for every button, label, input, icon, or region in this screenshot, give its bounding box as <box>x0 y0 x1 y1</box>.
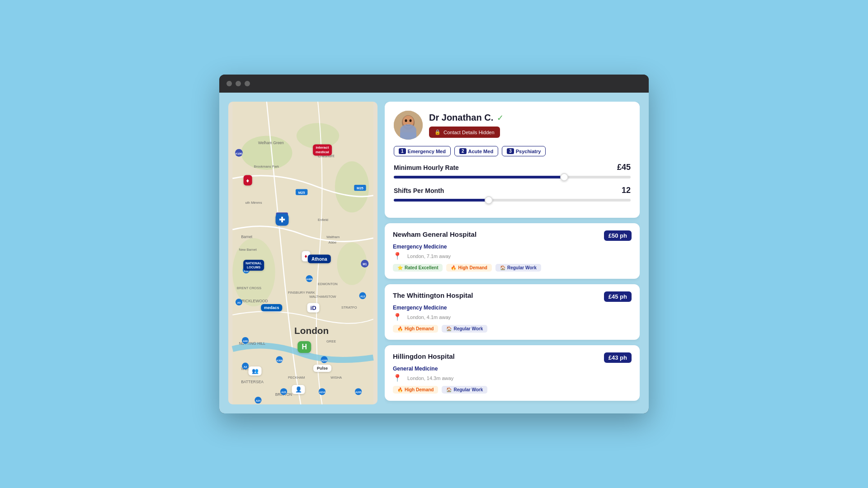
svg-text:A3: A3 <box>244 366 247 368</box>
svg-text:WALTHAMSTOW: WALTHAMSTOW <box>309 295 336 299</box>
svg-text:PECKHAM: PECKHAM <box>288 375 305 380</box>
browser-window: M25 M25 A10 Welham Green Brookmans Park … <box>219 75 649 413</box>
hospital-location-0: London, 7.1m away <box>407 253 451 259</box>
svg-text:M25: M25 <box>298 191 305 195</box>
doctor-avatar <box>394 111 423 140</box>
hospital-location-1: London, 4.1m away <box>407 314 451 320</box>
svg-text:Welham Green: Welham Green <box>258 141 284 145</box>
map-marker-nhs1[interactable]: ♦ <box>244 175 252 186</box>
svg-text:A1(M): A1(M) <box>236 152 243 155</box>
right-panel: Dr Jonathan C. ✓ 🔒 Contact Details Hidde… <box>385 102 640 404</box>
map-marker-medacs[interactable]: medacs <box>261 304 283 311</box>
hospital-header-0: Newham General Hospital £50 ph <box>393 230 632 241</box>
hourly-rate-thumb[interactable] <box>560 173 568 181</box>
svg-text:A406: A406 <box>306 278 312 281</box>
map-marker-h[interactable]: H <box>298 341 311 353</box>
svg-text:FINSBURY PARK: FINSBURY PARK <box>288 291 315 295</box>
map-marker-blue-cross[interactable]: ✚ <box>275 214 288 226</box>
specialty-tag-2[interactable]: 3 Psychiatry <box>502 146 546 156</box>
doctor-card: Dr Jonathan C. ✓ 🔒 Contact Details Hidde… <box>385 102 640 218</box>
doctor-info: Dr Jonathan C. ✓ 🔒 Contact Details Hidde… <box>429 113 504 138</box>
hospital-name-0: Newham General Hospital <box>393 230 476 238</box>
svg-text:A200: A200 <box>321 359 327 362</box>
hospital-name-1: The Whittington Hospital <box>393 291 473 299</box>
shifts-label: Shifts Per Month <box>394 187 444 194</box>
traffic-light-maximize[interactable] <box>245 81 250 86</box>
traffic-light-minimize[interactable] <box>236 81 241 86</box>
hospital-header-2: Hillingdon Hospital £43 ph <box>393 352 632 363</box>
browser-titlebar <box>219 75 649 93</box>
location-icon-1: 📍 <box>393 313 402 321</box>
doctor-header: Dr Jonathan C. ✓ 🔒 Contact Details Hidde… <box>394 111 631 140</box>
contact-hidden-button[interactable]: 🔒 Contact Details Hidden <box>429 127 500 138</box>
svg-text:Enfield: Enfield <box>318 218 328 222</box>
map-marker-crowd[interactable]: 👤 <box>292 385 305 394</box>
slider-header-shifts: Shifts Per Month 12 <box>394 186 631 195</box>
slider-section: Minimum Hourly Rate £45 Shifts Per Month… <box>394 163 631 202</box>
doctor-name: Dr Jonathan C. <box>429 113 493 123</box>
traffic-light-close[interactable] <box>226 81 232 86</box>
location-row-0: 📍 London, 7.1m away <box>393 252 632 260</box>
svg-text:A205: A205 <box>355 391 362 394</box>
svg-text:Waltham: Waltham <box>326 235 340 239</box>
hospital-tag-1-1: 🏠 Regular Work <box>442 325 487 333</box>
shifts-track[interactable] <box>394 199 631 202</box>
specialty-tag-0[interactable]: 1 Emergency Med <box>394 146 451 156</box>
svg-text:M25: M25 <box>357 186 363 190</box>
svg-text:Barnet: Barnet <box>241 235 253 239</box>
slider-header-hourly: Minimum Hourly Rate £45 <box>394 163 631 172</box>
location-row-2: 📍 London, 14.3m away <box>393 374 632 382</box>
hospital-card-2[interactable]: Hillingdon Hospital £43 ph General Medic… <box>385 345 640 401</box>
svg-text:A12: A12 <box>360 295 365 298</box>
svg-rect-70 <box>400 132 416 140</box>
price-badge-1: £45 ph <box>604 291 632 302</box>
svg-text:A24: A24 <box>256 399 261 402</box>
hospital-tag-0-2: 🏠 Regular Work <box>495 264 541 272</box>
map-marker-interact[interactable]: interactmedical <box>313 145 332 156</box>
hospital-location-2: London, 14.3m away <box>407 375 453 381</box>
location-row-1: 📍 London, 4.1m away <box>393 313 632 321</box>
map-panel: M25 M25 A10 Welham Green Brookmans Park … <box>228 102 377 404</box>
hospital-tag-1-0: 🔥 High Demand <box>393 325 438 333</box>
hospital-card-0[interactable]: Newham General Hospital £50 ph Emergency… <box>385 223 640 279</box>
hourly-rate-fill <box>394 176 564 178</box>
svg-text:A5: A5 <box>237 301 241 304</box>
hourly-rate-value: £45 <box>617 163 631 172</box>
hospital-name-2: Hillingdon Hospital <box>393 352 455 360</box>
svg-text:CRICKLEWOOD: CRICKLEWOOD <box>239 299 268 303</box>
svg-text:A308: A308 <box>276 359 283 362</box>
price-badge-0: £50 ph <box>604 230 632 241</box>
verified-icon: ✓ <box>497 113 504 123</box>
hourly-rate-track[interactable] <box>394 176 631 178</box>
price-badge-2: £43 ph <box>604 352 632 363</box>
hospital-tags-2: 🔥 High Demand 🏠 Regular Work <box>393 386 632 394</box>
map-marker-pulse[interactable]: Pulse <box>313 365 331 372</box>
map-marker-id[interactable]: iD <box>307 303 320 312</box>
hourly-rate-label: Minimum Hourly Rate <box>394 164 459 171</box>
map-marker-athona[interactable]: Athona <box>308 255 330 263</box>
svg-text:WISHA: WISHA <box>330 375 342 380</box>
hourly-rate-slider-row: Minimum Hourly Rate £45 <box>394 163 631 178</box>
svg-text:London: London <box>294 325 329 336</box>
shifts-thumb[interactable] <box>485 196 493 204</box>
shifts-value: 12 <box>622 186 631 195</box>
doctor-name-row: Dr Jonathan C. ✓ <box>429 113 504 123</box>
hospital-specialty-0: Emergency Medicine <box>393 244 632 250</box>
svg-text:BATTERSEA: BATTERSEA <box>241 380 264 384</box>
location-icon-0: 📍 <box>393 252 402 260</box>
hospital-specialty-1: Emergency Medicine <box>393 305 632 311</box>
specialty-tag-1[interactable]: 2 Acute Med <box>454 146 498 156</box>
hospital-tag-2-1: 🏠 Regular Work <box>442 386 487 394</box>
hospital-specialty-2: General Medicine <box>393 366 632 372</box>
svg-text:uth Mimms: uth Mimms <box>245 201 262 205</box>
svg-text:A214: A214 <box>319 391 326 394</box>
location-icon-2: 📍 <box>393 374 402 382</box>
hospital-header-1: The Whittington Hospital £45 ph <box>393 291 632 302</box>
shifts-fill <box>394 199 489 202</box>
svg-text:GREE: GREE <box>326 339 336 343</box>
lock-icon: 🔒 <box>434 129 441 135</box>
hospital-card-1[interactable]: The Whittington Hospital £45 ph Emergenc… <box>385 284 640 340</box>
hospital-tags-0: ⭐ Rated Excellent 🔥 High Demand 🏠 Regula… <box>393 264 632 272</box>
map-marker-national[interactable]: NATIONALLOCUMS <box>243 260 264 271</box>
map-marker-figures[interactable]: 👥 <box>249 366 262 375</box>
